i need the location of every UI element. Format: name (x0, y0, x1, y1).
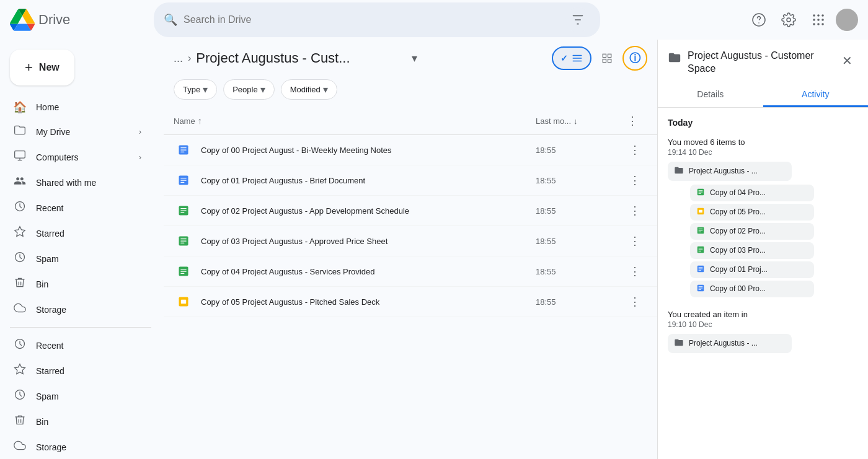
activity-file-chip-6[interactable]: Copy of 00 Pro... (690, 281, 814, 297)
breadcrumb-more-button[interactable]: ... (174, 52, 183, 65)
activity-file-chip-3[interactable]: Copy of 02 Pro... (690, 223, 814, 240)
recent2-icon (12, 338, 27, 353)
table-row[interactable]: Copy of 05 Project Augustus - Pitched Sa… (164, 287, 657, 317)
activity-event-2: You created an item in 19:10 10 Dec Proj… (668, 310, 858, 353)
shared-icon (12, 175, 27, 190)
tab-activity[interactable]: Activity (763, 83, 869, 107)
file-type-icon (174, 140, 193, 160)
sidebar-item-storage2[interactable]: Storage (0, 434, 151, 459)
file-more-button[interactable]: ⋮ (625, 201, 645, 221)
panel-header: Project Augustus - Customer Space ✕ (658, 40, 868, 76)
recent-label: Recent (36, 203, 63, 213)
file-name: Copy of 05 Project Augustus - Pitched Sa… (201, 297, 536, 307)
slides-icon (696, 207, 705, 217)
table-row[interactable]: Copy of 01 Project Augustus - Brief Docu… (164, 165, 657, 196)
svg-point-1 (758, 22, 760, 24)
activity-folder-chip-2[interactable]: Project Augustus - ... (668, 334, 792, 353)
folder-dropdown-button[interactable]: ▾ (412, 51, 417, 65)
sheets-icon-4 (696, 245, 705, 256)
table-row[interactable]: Copy of 00 Project August - Bi-Weekly Me… (164, 135, 657, 165)
sidebar-item-storage[interactable]: Storage (0, 297, 151, 322)
avatar[interactable] (836, 9, 858, 31)
svg-point-6 (817, 19, 820, 21)
file-more: ⋮ (622, 170, 647, 190)
info-button[interactable]: ⓘ (622, 46, 647, 71)
file-more-button[interactable]: ⋮ (625, 170, 645, 190)
activity-file-chip-2[interactable]: Copy of 05 Pro... (690, 204, 814, 221)
file-more-button[interactable]: ⋮ (625, 231, 645, 251)
panel-tabs: Details Activity (658, 83, 868, 108)
sidebar-item-recent2[interactable]: Recent (0, 333, 151, 358)
search-icon: 🔍 (164, 13, 177, 27)
activity-folder-chip-1[interactable]: Project Augustus - ... (668, 162, 792, 181)
svg-rect-17 (608, 54, 611, 57)
file-more-button[interactable]: ⋮ (625, 292, 645, 312)
filter-people-button[interactable]: People ▾ (223, 79, 274, 100)
list-view-button[interactable]: ✓ (552, 46, 591, 70)
filter-modified-button[interactable]: Modified ▾ (281, 79, 337, 100)
sidebar-item-starred[interactable]: Starred (0, 221, 151, 246)
col-modified-label: Last mo... (536, 116, 571, 126)
sidebar-item-spam[interactable]: Spam (0, 246, 151, 271)
filter-modified-label: Modified (290, 85, 321, 94)
new-button-label: New (39, 62, 60, 73)
sidebar-item-computers[interactable]: Computers › (0, 144, 151, 170)
file-more-button[interactable]: ⋮ (625, 140, 645, 160)
search-filter-button[interactable] (565, 7, 590, 32)
activity-event-1-time: 19:14 10 Dec (668, 148, 858, 157)
storage-icon (12, 302, 27, 317)
spam-label: Spam (36, 254, 59, 264)
file-modified: 18:55 (536, 176, 622, 185)
new-button[interactable]: + New (10, 50, 74, 85)
grid-view-button[interactable] (594, 48, 620, 69)
file-type-icon (174, 292, 193, 312)
home-icon: 🏠 (12, 100, 27, 114)
file-chip-text-5: Copy of 01 Proj... (710, 265, 768, 274)
svg-point-7 (822, 19, 824, 21)
help-button[interactable] (746, 7, 771, 32)
spam-icon (12, 251, 27, 266)
tab-details[interactable]: Details (658, 83, 763, 107)
sidebar-item-bin2[interactable]: Bin (0, 409, 151, 434)
file-name: Copy of 01 Project Augustus - Brief Docu… (201, 176, 536, 185)
settings-button[interactable] (776, 7, 801, 32)
sidebar-divider (10, 327, 151, 328)
sidebar-item-my-drive[interactable]: My Drive › (0, 119, 151, 144)
file-modified: 18:55 (536, 146, 622, 155)
apps-button[interactable] (806, 7, 831, 32)
folder-chip-icon (674, 165, 684, 177)
main-layout: + New 🏠 Home My Drive › Computers › Shar… (0, 40, 868, 459)
activity-file-chip-4[interactable]: Copy of 03 Pro... (690, 242, 814, 259)
header-more-button[interactable]: ⋮ (622, 111, 642, 131)
table-row[interactable]: Copy of 02 Project Augustus - App Develo… (164, 196, 657, 226)
sidebar-item-home[interactable]: 🏠 Home (0, 95, 151, 119)
search-input[interactable] (184, 14, 554, 25)
table-row[interactable]: Copy of 04 Project Augustus - Services P… (164, 256, 657, 287)
activity-file-chip-1[interactable]: Copy of 04 Pro... (690, 185, 814, 201)
col-name-header[interactable]: Name ↑ (174, 116, 536, 126)
file-modified: 18:55 (536, 297, 622, 307)
sidebar-item-bin[interactable]: Bin (0, 271, 151, 297)
type-chevron-icon: ▾ (203, 84, 208, 95)
modified-sort-icon: ↓ (574, 116, 578, 126)
file-list: Name ↑ Last mo... ↓ ⋮ Copy of 00 Project… (164, 107, 657, 459)
my-drive-label: My Drive (36, 127, 70, 137)
topbar-actions (746, 7, 858, 32)
sidebar-item-spam2[interactable]: Spam (0, 383, 151, 409)
spam2-label: Spam (36, 391, 59, 401)
file-name: Copy of 02 Project Augustus - App Develo… (201, 206, 536, 216)
filter-type-button[interactable]: Type ▾ (174, 79, 217, 100)
sidebar-item-recent[interactable]: Recent (0, 195, 151, 221)
sidebar-item-starred2[interactable]: Starred (0, 358, 151, 383)
file-more-button[interactable]: ⋮ (625, 261, 645, 281)
sidebar-item-shared[interactable]: Shared with me (0, 170, 151, 195)
folder-chip-2-icon (674, 338, 684, 349)
file-more: ⋮ (622, 140, 647, 160)
panel-close-button[interactable]: ✕ (836, 50, 858, 72)
table-row[interactable]: Copy of 03 Project Augustus - Approved P… (164, 226, 657, 256)
search-bar[interactable]: 🔍 (154, 2, 600, 37)
col-modified-header[interactable]: Last mo... ↓ (536, 116, 622, 126)
app-title: Drive (38, 12, 70, 28)
file-name: Copy of 00 Project August - Bi-Weekly Me… (201, 146, 536, 155)
activity-file-chip-5[interactable]: Copy of 01 Proj... (690, 261, 814, 278)
